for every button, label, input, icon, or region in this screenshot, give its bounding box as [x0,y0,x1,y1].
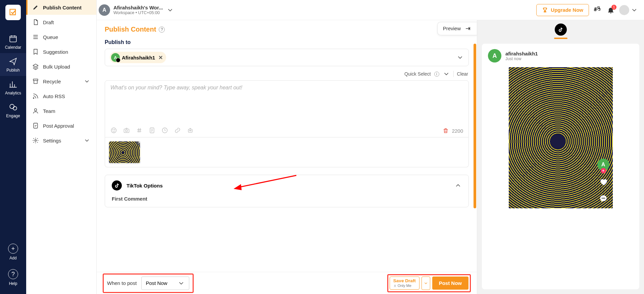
tiktok-options-toggle[interactable]: TikTok Options [105,175,468,196]
preview-card: A afirahshaikh1 Just now A [482,44,639,289]
archive-icon [32,78,39,85]
compose-footer: When to post Post Now Save Draft Only Me [97,272,477,294]
media-thumbnail[interactable]: ✕ [109,141,140,163]
svg-point-17 [191,130,191,131]
template-icon[interactable] [149,127,155,134]
workspace-subtext: Workspace • UTC+05:00 [113,10,163,15]
queue-icon [32,34,39,40]
ai-icon[interactable] [187,127,194,134]
account-avatar: A [111,53,120,62]
svg-point-1 [10,104,14,109]
user-avatar [619,5,629,15]
info-icon[interactable]: i [434,72,439,77]
chevron-down-icon[interactable] [443,70,450,78]
tiktok-network-tab[interactable] [555,24,567,36]
rail-analytics[interactable]: Analytics [0,76,26,99]
account-selector[interactable]: A Afirahshaikh1 ✕ [105,49,469,66]
sidebar-label: Publish Content [43,5,82,10]
svg-point-7 [35,140,37,141]
chevron-up-icon [454,182,462,189]
chevron-down-icon [424,281,428,286]
document-icon [32,19,39,26]
svg-point-16 [189,130,190,131]
remove-account-button[interactable]: ✕ [158,54,163,61]
preview-panel: A afirahshaikh1 Just now A [477,20,644,294]
publish-to-label: Publish to [105,39,469,45]
svg-point-8 [111,128,116,133]
char-counter: 2200 [452,128,463,134]
when-value: Post Now [146,280,167,286]
footer-actions-group: Save Draft Only Me Post Now [387,274,471,292]
nav-rail: Calendar Publish Analytics Engage + Add … [0,0,26,294]
post-editor[interactable]: What's on your mind? Type away, speak yo… [105,80,469,137]
pencil-icon [32,4,39,11]
link-icon[interactable] [174,127,181,134]
upgrade-button[interactable]: Upgrade Now [536,4,589,16]
only-me-label: Only Me [398,284,411,288]
preview-media: A [509,67,613,208]
first-comment-label: First Comment [112,196,147,202]
preview-avatar: A [488,49,501,62]
rail-calendar[interactable]: Calendar [0,30,26,53]
preview-toggle[interactable]: Preview [437,22,477,35]
remove-media-button[interactable]: ✕ [136,141,140,145]
when-to-post-group: When to post Post Now [103,274,194,293]
rail-publish[interactable]: Publish [0,53,26,76]
person-icon [393,284,397,288]
quick-select-button[interactable]: Quick Select [404,71,431,77]
user-menu[interactable] [619,5,638,15]
sidebar-publish-content[interactable]: Publish Content [26,0,96,15]
preview-network-tabs [477,20,644,39]
feedback-button[interactable] [592,5,602,15]
user-icon [32,108,39,114]
comment-icon [599,194,608,204]
save-draft-button[interactable]: Save Draft Only Me [390,277,419,290]
workspace-switcher[interactable]: A Afirahshaikh's Wor... Workspace • UTC+… [99,4,174,16]
notifications-button[interactable]: 1 [606,5,616,15]
when-select[interactable]: Post Now [141,277,189,290]
sidebar-label: Bulk Upload [43,64,70,70]
rail-label: Publish [6,68,19,73]
rail-add[interactable]: + Add [0,240,26,264]
chevron-down-icon [84,137,90,144]
hashtag-icon[interactable] [136,127,143,134]
rail-engage[interactable]: Engage [0,99,26,122]
help-icon[interactable]: ? [159,27,165,33]
rail-label: Calendar [5,45,21,50]
svg-point-12 [126,130,128,132]
layers-icon [32,63,39,70]
schedule-icon[interactable] [161,127,168,134]
sidebar-label: Draft [43,19,54,25]
save-draft-dropdown[interactable] [422,277,430,290]
svg-rect-15 [188,129,192,132]
sidebar-team[interactable]: Team [26,103,96,118]
sidebar-settings[interactable]: Settings [26,133,96,148]
rail-help[interactable]: ? Help [0,265,26,289]
sidebar-queue[interactable]: Queue [26,30,96,44]
workspace-avatar: A [99,4,110,16]
heart-icon [599,177,608,187]
chevron-down-icon [178,280,185,287]
emoji-icon[interactable] [110,127,117,134]
sidebar-suggestion[interactable]: Suggestion [26,44,96,59]
sidebar-post-approval[interactable]: Post Approval [26,118,96,133]
sidebar-recycle[interactable]: Recycle [26,74,96,89]
app-logo[interactable] [5,5,21,20]
workspace-name: Afirahshaikh's Wor... [113,5,163,10]
sidebar-label: Queue [43,34,58,40]
sidebar-draft[interactable]: Draft [26,15,96,30]
rss-icon [32,93,39,99]
rail-label: Engage [6,114,20,118]
sidebar-label: Recycle [43,79,61,84]
account-name: Afirahshaikh1 [122,55,155,60]
scrollbar[interactable] [474,44,476,208]
upgrade-label: Upgrade Now [551,7,583,13]
sidebar-auto-rss[interactable]: Auto RSS [26,89,96,103]
sidebar-label: Auto RSS [43,93,65,99]
clear-button[interactable]: Clear [457,71,468,77]
post-now-button[interactable]: Post Now [432,277,468,290]
camera-icon[interactable] [123,127,130,134]
trash-icon[interactable] [443,128,449,134]
svg-point-20 [395,285,396,286]
sidebar-bulk-upload[interactable]: Bulk Upload [26,59,96,74]
